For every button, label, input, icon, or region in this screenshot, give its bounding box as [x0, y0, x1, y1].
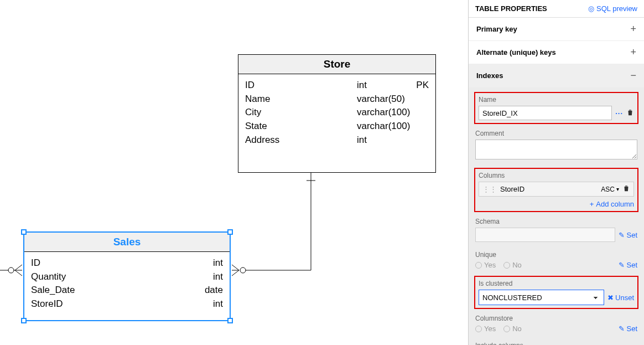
entity-store[interactable]: Store ID int PK Name varchar(50) City va… — [238, 54, 436, 173]
set-label: Set — [626, 325, 637, 333]
entity-store-body: ID int PK Name varchar(50) City varchar(… — [238, 74, 435, 151]
field-label-columns: Columns — [479, 172, 634, 179]
radio-no[interactable]: No — [503, 325, 522, 333]
highlight-clustered-group: Is clustered NONCLUSTERED ✖Unset — [474, 276, 638, 309]
index-name-input[interactable] — [479, 106, 612, 120]
chevron-down-icon: ▾ — [616, 186, 619, 192]
col-name: StoreID — [31, 297, 168, 311]
radio-no-label: No — [512, 325, 522, 333]
field-label-name: Name — [479, 96, 634, 104]
col-pk — [412, 133, 429, 147]
section-alternate-keys[interactable]: Alternate (unique) keys + — [469, 41, 644, 64]
col-type: varchar(100) — [357, 120, 412, 133]
col-name: State — [245, 120, 357, 133]
delete-index-button[interactable] — [626, 109, 634, 118]
col-type: int — [168, 256, 223, 270]
field-label-schema: Schema — [475, 218, 637, 225]
col-type: int — [357, 79, 412, 92]
field-label-unique: Unique — [475, 251, 637, 259]
col-type: int — [357, 133, 412, 147]
table-row: Address int — [245, 133, 429, 147]
section-primary-key[interactable]: Primary key + — [469, 18, 644, 41]
is-clustered-select[interactable]: NONCLUSTERED — [479, 290, 604, 305]
col-type: varchar(50) — [357, 92, 412, 106]
col-name: ID — [31, 256, 168, 270]
radio-yes-label: Yes — [484, 325, 496, 333]
more-icon[interactable]: ··· — [615, 109, 623, 117]
minus-icon: − — [630, 70, 636, 81]
set-schema-link[interactable]: ✎Set — [619, 231, 637, 239]
indexes-body: Name ··· Comment Columns ⋮⋮ StoreID ASC — [469, 87, 644, 345]
resize-handle[interactable] — [21, 318, 27, 323]
columnstore-radio-group: Yes No — [475, 325, 615, 333]
col-name: Name — [245, 92, 357, 106]
schema-input[interactable] — [475, 228, 615, 242]
section-label: Alternate (unique) keys — [476, 48, 556, 56]
pencil-icon: ✎ — [619, 231, 625, 239]
index-column-row[interactable]: ⋮⋮ StoreID ASC ▾ — [479, 182, 634, 197]
svg-point-10 — [8, 267, 14, 273]
table-row: City varchar(100) — [245, 106, 429, 120]
sql-preview-label: SQL preview — [596, 4, 637, 13]
col-type: int — [168, 270, 223, 284]
radio-yes[interactable]: Yes — [475, 261, 496, 269]
svg-point-6 — [240, 267, 246, 273]
resize-handle[interactable] — [227, 318, 233, 323]
radio-no[interactable]: No — [503, 261, 522, 269]
field-label-include-columns: Include columns — [475, 342, 637, 345]
svg-line-8 — [15, 265, 22, 270]
properties-panel: TABLE PROPERTIES ◎ SQL preview Primary k… — [468, 0, 644, 345]
radio-yes-label: Yes — [484, 261, 496, 269]
entity-sales-header: Sales — [24, 233, 230, 252]
section-indexes[interactable]: Indexes − — [469, 64, 644, 87]
sort-order-value: ASC — [601, 186, 615, 193]
col-name: Sale_Date — [31, 284, 168, 297]
entity-sales-body: ID int Quantity int Sale_Date date Store… — [24, 252, 230, 316]
resize-handle[interactable] — [227, 229, 233, 235]
unset-label: Unset — [615, 293, 634, 302]
col-name: City — [245, 106, 357, 120]
highlight-columns-group: Columns ⋮⋮ StoreID ASC ▾ Add column — [474, 168, 638, 212]
col-pk: PK — [412, 79, 429, 92]
unique-radio-group: Yes No — [475, 261, 615, 269]
sort-order-select[interactable]: ASC ▾ — [601, 186, 619, 193]
set-unique-link[interactable]: ✎Set — [619, 261, 637, 269]
svg-line-9 — [15, 270, 22, 276]
col-pk — [412, 106, 429, 120]
section-label: Primary key — [476, 25, 517, 33]
radio-yes[interactable]: Yes — [475, 325, 496, 333]
panel-title: TABLE PROPERTIES — [475, 4, 547, 13]
set-label: Set — [626, 261, 637, 269]
plus-icon: + — [630, 23, 636, 35]
index-comment-input[interactable] — [475, 140, 637, 159]
highlight-name-group: Name ··· — [474, 92, 638, 124]
table-row: Name varchar(50) — [245, 92, 429, 106]
panel-header: TABLE PROPERTIES ◎ SQL preview — [469, 0, 644, 18]
eye-icon: ◎ — [588, 4, 594, 13]
index-column-name: StoreID — [500, 185, 598, 193]
table-row: State varchar(100) — [245, 120, 429, 133]
entity-store-header: Store — [238, 55, 435, 74]
col-name: Quantity — [31, 270, 168, 284]
set-columnstore-link[interactable]: ✎Set — [619, 325, 637, 333]
svg-line-3 — [232, 265, 239, 270]
col-name: Address — [245, 133, 357, 147]
delete-column-button[interactable] — [622, 184, 630, 194]
col-type: date — [168, 284, 223, 297]
entity-sales[interactable]: Sales ID int Quantity int Sale_Date date… — [23, 231, 231, 321]
resize-handle[interactable] — [21, 229, 27, 235]
field-label-clustered: Is clustered — [479, 280, 634, 287]
svg-line-5 — [232, 270, 239, 276]
drag-handle-icon[interactable]: ⋮⋮ — [482, 185, 497, 193]
diagram-canvas[interactable]: Store ID int PK Name varchar(50) City va… — [0, 0, 468, 345]
field-label-columnstore: Columnstore — [475, 315, 637, 322]
plus-icon: + — [630, 47, 636, 58]
unset-clustered-link[interactable]: ✖Unset — [607, 293, 634, 302]
col-name: ID — [245, 79, 357, 92]
sql-preview-link[interactable]: ◎ SQL preview — [588, 4, 637, 13]
add-column-link[interactable]: Add column — [479, 200, 634, 208]
set-label: Set — [626, 231, 637, 239]
table-row: StoreID int — [31, 297, 223, 311]
col-pk — [412, 120, 429, 133]
col-pk — [412, 92, 429, 106]
